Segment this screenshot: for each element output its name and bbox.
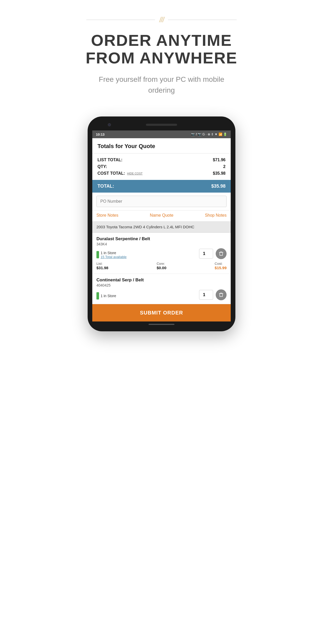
total-value: $35.98 — [211, 184, 226, 189]
quote-icon: /// — [159, 16, 164, 24]
quote-header: Totals for Your Quote — [92, 138, 231, 153]
quote-card: Totals for Your Quote LIST TOTAL: $71.96… — [92, 138, 231, 193]
cost-label: Cost: — [215, 262, 227, 266]
submit-bar: SUBMIT ORDER — [92, 304, 231, 321]
list-price: $31.98 — [96, 266, 108, 270]
camera-icon — [108, 123, 111, 126]
avail-text: 1 in Store — [101, 294, 116, 298]
delete-button[interactable] — [216, 289, 227, 300]
phone-frame: 10:13 📷 f 📷 G · ⊕ ⇕ ▼ 📶 🔋 Totals for You… — [88, 116, 235, 331]
hero-section: /// ORDER ANYTIME FROM ANYWHERE Free you… — [0, 0, 323, 106]
phone-notch — [92, 121, 231, 128]
cost-price: $15.99 — [215, 266, 227, 270]
cost-total-label: COST TOTAL: HIDE COST — [97, 171, 143, 176]
submit-order-button[interactable]: SUBMIT ORDER — [96, 308, 227, 317]
part-name: Duralast Serpentine / Belt — [96, 236, 227, 242]
part-avail-row: 1 in Store 1 — [96, 289, 227, 300]
avail-text: 1 in Store 15 Total available — [101, 251, 127, 259]
total-bar: TOTAL: $35.98 — [92, 180, 231, 193]
list-total-value: $71.96 — [213, 158, 226, 162]
price-cost: Cost: $15.99 — [215, 262, 227, 270]
status-system-icons: ⊕ ⇕ ▼ 📶 🔋 — [208, 133, 227, 136]
hide-cost-link[interactable]: HIDE COST — [127, 172, 143, 175]
quote-title: Totals for Your Quote — [97, 143, 155, 149]
part-pricing: List: $31.98 Core: $0.00 Cost: $15.99 — [96, 262, 227, 270]
divider: /// — [86, 16, 237, 24]
status-app-icons: 📷 f 📷 G · — [191, 133, 206, 136]
name-quote-link[interactable]: Name Quote — [150, 213, 173, 218]
status-bar: 10:13 📷 f 📷 G · ⊕ ⇕ ▼ 📶 🔋 — [92, 130, 231, 138]
qty-label: QTY: — [97, 164, 107, 169]
phone-mockup: 10:13 📷 f 📷 G · ⊕ ⇕ ▼ 📶 🔋 Totals for You… — [0, 106, 323, 347]
po-number-input[interactable] — [96, 196, 227, 207]
delete-button[interactable] — [216, 248, 227, 259]
price-list: List: $31.98 — [96, 262, 108, 270]
core-label: Core: — [157, 262, 166, 266]
avail-main: 1 in Store — [101, 251, 127, 255]
availability-indicator — [96, 292, 99, 299]
po-section — [92, 193, 231, 210]
part-controls: 1 — [199, 289, 227, 300]
part-controls: 1 — [199, 248, 227, 259]
part-item: Duralast Serpentine / Belt 343K4 1 in St… — [92, 233, 231, 274]
part-availability: 1 in Store 15 Total available — [96, 251, 127, 259]
store-notes-link[interactable]: Store Notes — [96, 213, 118, 218]
main-title: ORDER ANYTIME FROM ANYWHERE — [86, 32, 237, 67]
avail-sub[interactable]: 15 Total available — [101, 255, 127, 259]
part-avail-row: 1 in Store 15 Total available 1 — [96, 248, 227, 259]
vehicle-bar: 2003 Toyota Tacoma 2WD 4 Cylinders L 2.4… — [92, 222, 231, 233]
status-time: 10:13 — [96, 133, 104, 136]
part-number: 343K4 — [96, 242, 227, 246]
availability-indicator — [96, 251, 99, 258]
home-indicator — [149, 324, 174, 325]
subtitle: Free yourself from your PC with mobile o… — [97, 74, 226, 96]
avail-main: 1 in Store — [101, 294, 116, 298]
list-total-label: LIST TOTAL: — [97, 158, 122, 162]
total-label: TOTAL: — [97, 184, 114, 189]
qty-input[interactable]: 1 — [199, 249, 213, 259]
status-icons: 📷 f 📷 G · ⊕ ⇕ ▼ 📶 🔋 — [191, 133, 227, 136]
list-label: List: — [96, 262, 108, 266]
list-total-row: LIST TOTAL: $71.96 — [97, 157, 226, 163]
core-price: $0.00 — [157, 266, 166, 270]
part-number: 4040425 — [96, 283, 227, 287]
shop-notes-link[interactable]: Shop Notes — [205, 213, 227, 218]
qty-input[interactable]: 1 — [199, 290, 213, 300]
phone-screen: Totals for Your Quote LIST TOTAL: $71.96… — [92, 138, 231, 321]
qty-row: QTY: 2 — [97, 163, 226, 170]
part-item: Continental Serp / Belt 4040425 1 in Sto… — [92, 274, 231, 304]
part-availability: 1 in Store — [96, 292, 116, 299]
quote-rows: LIST TOTAL: $71.96 QTY: 2 COST TOTAL: HI… — [92, 153, 231, 180]
cost-total-value: $35.98 — [213, 171, 226, 176]
phone-bottom-bar — [92, 321, 231, 326]
cost-total-row: COST TOTAL: HIDE COST $35.98 — [97, 170, 226, 177]
vehicle-text: 2003 Toyota Tacoma 2WD 4 Cylinders L 2.4… — [96, 225, 194, 229]
action-links: Store Notes Name Quote Shop Notes — [92, 210, 231, 222]
speaker — [146, 124, 177, 126]
qty-value: 2 — [223, 164, 226, 169]
part-name: Continental Serp / Belt — [96, 277, 227, 283]
price-core: Core: $0.00 — [157, 262, 166, 270]
